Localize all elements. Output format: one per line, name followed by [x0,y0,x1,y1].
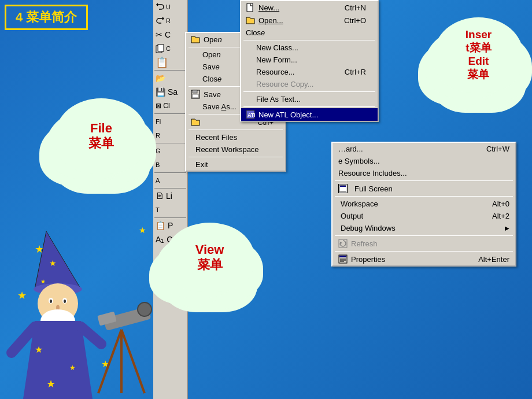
submenu-new: New... Ctrl+N Open... Ctrl+O Close New C… [240,0,379,122]
menu-resource-label: Resource... [256,68,294,76]
menu-view-item-debug[interactable]: Debug Windows ▶ [332,222,515,234]
menu-item-resource-copy[interactable]: Resource Copy... [241,78,378,90]
menu-item-resource[interactable]: Resource... Ctrl+R [241,66,378,78]
menu-item-new-atl[interactable]: ATL New ATL Object... [241,108,378,121]
menu-resource-copy-label: Resource Copy... [256,80,313,88]
menu-view-ard-label: …ard... [338,145,363,153]
menu-view-debug-label: Debug Windows [338,224,396,232]
toolbar-btn-g[interactable]: G [153,144,187,158]
svg-rect-24 [247,3,253,12]
open-icon [191,35,200,44]
menu-item-new-form[interactable]: New Form... [241,54,378,66]
menu-item-new[interactable]: New... Ctrl+N [241,1,378,14]
separator [335,196,513,197]
wizard-image: ★ ★ ★ ★ ★ [0,220,116,399]
svg-rect-23 [158,45,164,51]
toolbar-btn-close[interactable]: ⊠ Cl [153,99,187,113]
menu-view-properties-label: Properties [351,255,385,264]
menu-open-label: Open... [258,16,283,25]
menu-resource-shortcut: Ctrl+R [345,68,366,76]
menu-exit-label: Exit [191,160,208,169]
menu-recent-workspace-label: Recent Workspace [191,145,259,154]
menu-view-item-properties[interactable]: Properties Alt+Enter [332,253,515,265]
toolbar-btn-fi[interactable]: Fi [153,114,187,128]
toolbar-btn-li[interactable]: 🖹 Li [153,189,187,203]
menu-view-item-symbols[interactable]: e Symbols... [332,155,515,167]
separator [154,113,186,114]
svg-text:★: ★ [40,278,46,285]
svg-rect-31 [340,186,346,187]
menu-close-label: Close [246,28,265,37]
menu-new-atl-label: New ATL Object... [258,110,318,119]
toolbar-btn-cut[interactable]: ✂ C [153,28,187,42]
star-icon: ★ [139,226,146,235]
menu-view-item-fullscreen[interactable]: Full Screen [332,182,515,195]
separator [189,157,283,157]
separator [154,143,186,143]
svg-rect-28 [193,90,197,93]
menu-item-close[interactable]: Close [241,27,378,39]
menu-view-item-resource-includes[interactable]: Resource Includes... [332,167,515,179]
properties-icon [338,254,348,264]
menu-item-recent-files[interactable]: Recent Files [186,131,285,143]
menu-view-properties-shortcut: Alt+Enter [478,255,509,264]
toolbar-btn-open[interactable]: 📂 [153,71,187,85]
menu-view-item-output[interactable]: Output Alt+2 [332,210,515,222]
fullscreen-icon [338,184,348,193]
menu-view-output-shortcut: Alt+2 [492,212,509,220]
menu-file-open2-label: Open [191,50,221,59]
menu-view-symbols-label: e Symbols... [338,157,380,165]
menu-file-save-as-label: Save As... [191,102,237,111]
title-badge: 4 菜单简介 [5,5,88,30]
cloud-file: File 菜单 [55,98,147,173]
separator [243,106,375,107]
svg-point-21 [138,302,152,316]
separator [335,251,513,252]
cloud-insert-text: Inser t菜单 Edit 菜单 [466,28,492,81]
menu-view-fullscreen-label: Full Screen [354,184,393,193]
toolbar-btn-a[interactable]: A [153,173,187,187]
submenu-arrow-icon: ▶ [505,225,509,231]
menu-view-workspace-shortcut: Alt+0 [492,200,509,208]
menu-file-close2-label: Close [191,75,221,83]
menu-view-item-ard[interactable]: …ard... Ctrl+W [332,143,515,155]
menu-view-item-refresh[interactable]: Refresh [332,237,515,250]
title-text: 4 菜单简介 [16,10,77,24]
menu-view-item-workspace[interactable]: Workspace Alt+0 [332,198,515,210]
menu-item-new-class[interactable]: New Class... [241,42,378,54]
open-folder-icon [246,16,255,25]
separator [154,217,186,218]
separator [335,235,513,236]
separator [335,180,513,181]
menu-view-ard-shortcut: Ctrl+W [486,145,509,153]
menu-file-open-label: Open [204,35,222,44]
cloud-view-text: View 菜单 [195,242,224,273]
menu-view-output-label: Output [338,212,363,220]
toolbar-btn-t[interactable]: T [153,203,187,217]
separator [243,91,375,92]
cloud-file-text: File 菜单 [88,121,114,152]
toolbar-btn-undo[interactable]: U [153,0,187,14]
new-doc-icon [246,3,255,12]
cloud-view: View 菜单 [165,223,254,292]
menu-item-file-as-text[interactable]: File As Text... [241,93,378,105]
menu-item-exit[interactable]: Exit [186,158,285,171]
svg-rect-35 [339,256,346,257]
toolbar-btn-redo[interactable]: R [153,14,187,28]
separator [154,188,186,189]
toolbar-btn-r[interactable]: R [153,128,187,142]
menu-recent-files-label: Recent Files [191,133,237,142]
svg-text:★: ★ [46,378,56,390]
menu-new-form-label: New Form... [256,56,297,64]
toolbar-btn-copy[interactable]: C [153,42,187,56]
menu-open-shortcut: Ctrl+O [344,16,366,25]
separator [189,130,283,130]
menu-item-recent-workspace[interactable]: Recent Workspace [186,143,285,156]
toolbar-btn-paste[interactable]: 📋 [153,56,187,69]
refresh-icon [338,239,348,248]
svg-text:★: ★ [49,258,57,268]
menu-new-class-label: New Class... [256,43,298,52]
toolbar-btn-b[interactable]: B [153,158,187,172]
menu-item-open[interactable]: Open... Ctrl+O [241,14,378,27]
toolbar-btn-save[interactable]: 💾 Sa [153,85,187,99]
